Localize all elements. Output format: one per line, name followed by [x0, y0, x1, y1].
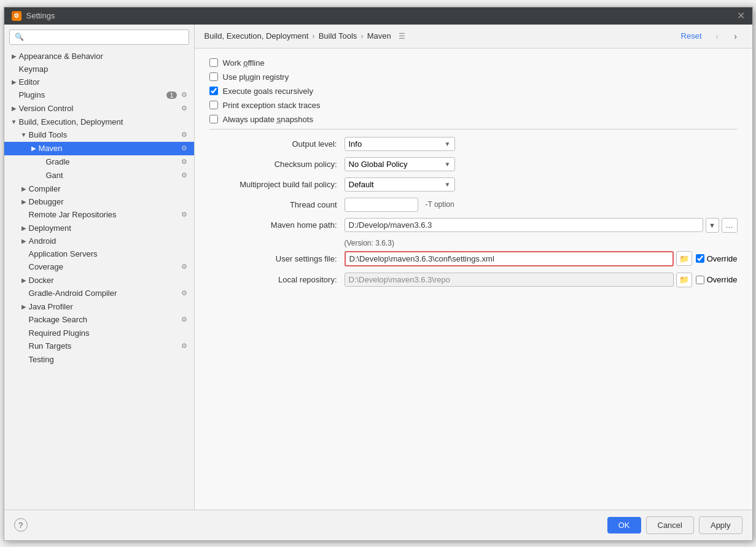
thread-count-input[interactable]	[345, 198, 418, 212]
dialog-title: Settings	[26, 11, 55, 20]
sidebar-item-gradle[interactable]: Gradle ⚙	[4, 155, 194, 169]
sidebar-item-label: Build Tools	[29, 130, 178, 139]
dialog-footer: ? OK Cancel Apply	[4, 510, 752, 540]
gear-icon: ⚙	[179, 289, 189, 298]
sidebar-item-appearance[interactable]: ▶ Appearance & Behavior	[4, 50, 194, 63]
output-level-dropdown[interactable]: Info ▼	[345, 137, 455, 151]
sidebar-item-build-execution[interactable]: ▼ Build, Execution, Deployment	[4, 115, 194, 128]
app-icon: ⚙	[12, 11, 21, 21]
plugin-registry-label[interactable]: Use plugin registry	[223, 72, 289, 82]
sidebar-item-version-control[interactable]: ▶ Version Control ⚙	[4, 102, 194, 115]
sidebar-item-build-tools[interactable]: ▼ Build Tools ⚙	[4, 128, 194, 142]
sidebar-item-label: Android	[29, 236, 189, 246]
user-settings-folder-button[interactable]: 📁	[676, 251, 692, 266]
title-bar: ⚙ Settings ✕	[4, 7, 752, 25]
sidebar-item-coverage[interactable]: Coverage ⚙	[4, 260, 194, 274]
content-header: Build, Execution, Deployment › Build Too…	[195, 25, 752, 48]
sidebar-item-remote-jar[interactable]: Remote Jar Repositories ⚙	[4, 208, 194, 222]
sidebar-item-testing[interactable]: Testing	[4, 353, 194, 366]
local-repo-override-checkbox[interactable]	[696, 276, 704, 284]
local-repo-input[interactable]	[345, 273, 674, 287]
always-update-label[interactable]: Always update snapshots	[223, 115, 313, 124]
print-exception-row: Print exception stack traces	[209, 101, 738, 110]
user-settings-control: 📁 Override	[345, 251, 738, 266]
execute-goals-row: Execute goals recursively	[209, 87, 738, 96]
dropdown-arrow-icon: ▼	[445, 141, 451, 147]
local-repo-override-label[interactable]: Override	[707, 275, 738, 284]
expand-arrow: ▶	[19, 277, 29, 284]
execute-goals-label[interactable]: Execute goals recursively	[223, 87, 313, 96]
always-update-checkbox[interactable]	[209, 115, 218, 123]
sidebar-item-gradle-android[interactable]: Gradle-Android Compiler ⚙	[4, 287, 194, 300]
breadcrumb-sep-2: ›	[360, 31, 363, 41]
sidebar-item-run-targets[interactable]: Run Targets ⚙	[4, 339, 194, 353]
work-offline-checkbox[interactable]	[209, 58, 218, 67]
sidebar-item-docker[interactable]: ▶ Docker	[4, 274, 194, 287]
expand-arrow: ▼	[9, 118, 19, 125]
sidebar-item-label: Package Search	[29, 315, 178, 324]
gear-icon: ⚙	[179, 104, 189, 114]
breadcrumb-part-1: Build, Execution, Deployment	[205, 31, 309, 41]
sidebar-item-gant[interactable]: Gant ⚙	[4, 169, 194, 182]
breadcrumb-sep-1: ›	[312, 31, 314, 41]
checksum-policy-dropdown[interactable]: No Global Policy ▼	[345, 157, 455, 171]
sidebar-item-package-search[interactable]: Package Search ⚙	[4, 313, 194, 327]
sidebar-item-app-servers[interactable]: Application Servers	[4, 247, 194, 260]
sidebar-item-label: Build, Execution, Deployment	[19, 117, 189, 126]
work-offline-label[interactable]: Work offline	[223, 58, 265, 68]
sidebar: 🔍 ▶ Appearance & Behavior Keymap ▶ Edito	[4, 25, 195, 510]
multiproject-row: Multiproject build fail policy: Default …	[209, 177, 738, 192]
sidebar-item-maven[interactable]: ▶ Maven ⚙	[4, 142, 194, 155]
multiproject-dropdown[interactable]: Default ▼	[345, 177, 455, 192]
cancel-button[interactable]: Cancel	[646, 516, 694, 534]
apply-button[interactable]: Apply	[699, 516, 742, 534]
gear-icon: ⚙	[179, 341, 189, 351]
expand-arrow: ▶	[19, 198, 29, 205]
user-settings-override-checkbox[interactable]	[696, 254, 704, 263]
search-box[interactable]: 🔍	[9, 29, 189, 45]
sidebar-item-required-plugins[interactable]: Required Plugins	[4, 327, 194, 339]
sidebar-item-label: Run Targets	[29, 341, 178, 351]
local-repo-path-row: 📁	[345, 273, 692, 287]
multiproject-control: Default ▼	[345, 177, 738, 192]
sidebar-item-keymap[interactable]: Keymap	[4, 63, 194, 76]
back-button[interactable]: ‹	[711, 29, 724, 43]
sidebar-item-debugger[interactable]: ▶ Debugger	[4, 195, 194, 208]
settings-dialog: ⚙ Settings ✕ 🔍 ▶ Appearance & Behavior	[4, 7, 753, 541]
sidebar-item-android[interactable]: ▶ Android	[4, 235, 194, 247]
reset-button[interactable]: Reset	[677, 30, 706, 42]
search-input[interactable]	[28, 33, 184, 42]
local-repo-folder-button[interactable]: 📁	[676, 273, 692, 287]
output-level-label: Output level:	[209, 139, 345, 149]
search-icon: 🔍	[15, 33, 24, 41]
sidebar-item-java-profiler[interactable]: ▶ Java Profiler	[4, 300, 194, 313]
maven-home-dropdown-button[interactable]: ▼	[706, 218, 719, 233]
checksum-policy-control: No Global Policy ▼	[345, 157, 738, 171]
checksum-policy-value: No Global Policy	[349, 160, 408, 169]
breadcrumb-part-2: Build Tools	[319, 31, 357, 41]
sidebar-item-compiler[interactable]: ▶ Compiler	[4, 182, 194, 195]
plugin-registry-checkbox[interactable]	[209, 72, 218, 81]
help-button[interactable]: ?	[14, 518, 28, 532]
user-settings-override-label[interactable]: Override	[707, 254, 738, 263]
maven-home-folder-button[interactable]: …	[722, 218, 738, 233]
sidebar-item-editor[interactable]: ▶ Editor	[4, 76, 194, 88]
ok-button[interactable]: OK	[607, 517, 641, 533]
gear-icon: ⚙	[179, 315, 189, 325]
use-plugin-registry-row: Use plugin registry	[209, 72, 738, 82]
print-exception-label[interactable]: Print exception stack traces	[223, 101, 321, 110]
user-settings-input[interactable]	[345, 251, 674, 266]
print-exception-checkbox[interactable]	[209, 101, 218, 109]
multiproject-value: Default	[349, 180, 374, 189]
close-button[interactable]: ✕	[737, 11, 745, 21]
sidebar-item-label: Testing	[29, 355, 189, 364]
maven-home-input[interactable]	[345, 218, 703, 232]
forward-button[interactable]: ›	[729, 29, 742, 43]
sidebar-item-deployment[interactable]: ▶ Deployment	[4, 222, 194, 235]
breadcrumb-gear-button[interactable]: ☰	[397, 31, 407, 41]
maven-version-text: (Version: 3.6.3)	[345, 239, 738, 247]
gear-icon: ⚙	[179, 130, 189, 140]
maven-home-row: Maven home path: ▼ …	[209, 218, 738, 233]
sidebar-item-plugins[interactable]: Plugins 1 ⚙	[4, 88, 194, 102]
execute-goals-checkbox[interactable]	[209, 87, 218, 95]
